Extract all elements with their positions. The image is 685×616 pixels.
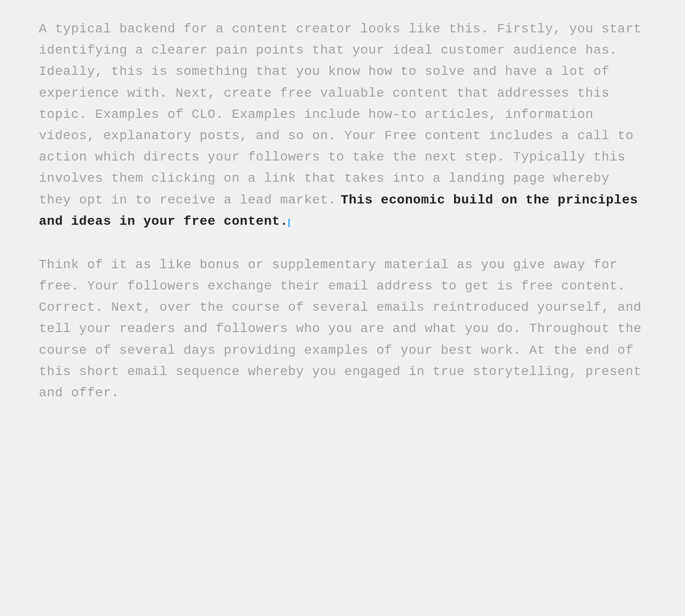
page-container: A typical backend for a content creator … xyxy=(0,0,685,454)
paragraph-2: Think of it as like bonus or supplementa… xyxy=(39,254,646,404)
paragraph-2-normal: Think of it as like bonus or supplementa… xyxy=(39,258,641,400)
paragraph-1-normal: A typical backend for a content creator … xyxy=(39,22,641,207)
paragraph-1: A typical backend for a content creator … xyxy=(39,18,646,232)
text-cursor xyxy=(288,219,290,227)
